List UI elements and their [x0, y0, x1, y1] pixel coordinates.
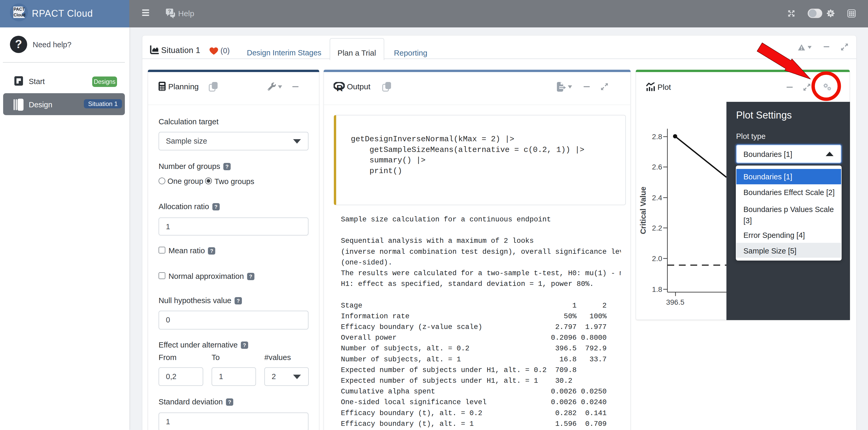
svg-text:R: R [336, 83, 343, 91]
svg-text:PACT: PACT [13, 7, 25, 11]
svg-text:2.6: 2.6 [652, 163, 662, 171]
svg-text:1.8: 1.8 [652, 285, 662, 293]
svg-text:Critical Value: Critical Value [639, 187, 647, 234]
svg-text:?: ? [168, 9, 171, 14]
svg-text:?: ? [15, 38, 22, 51]
svg-text:2.4: 2.4 [652, 194, 662, 202]
svg-text:396.5: 396.5 [666, 298, 684, 306]
svg-text:Cloud: Cloud [13, 13, 25, 17]
svg-text:2.8: 2.8 [652, 133, 662, 141]
svg-text:2.2: 2.2 [652, 224, 662, 232]
svg-text:2.0: 2.0 [652, 255, 662, 263]
